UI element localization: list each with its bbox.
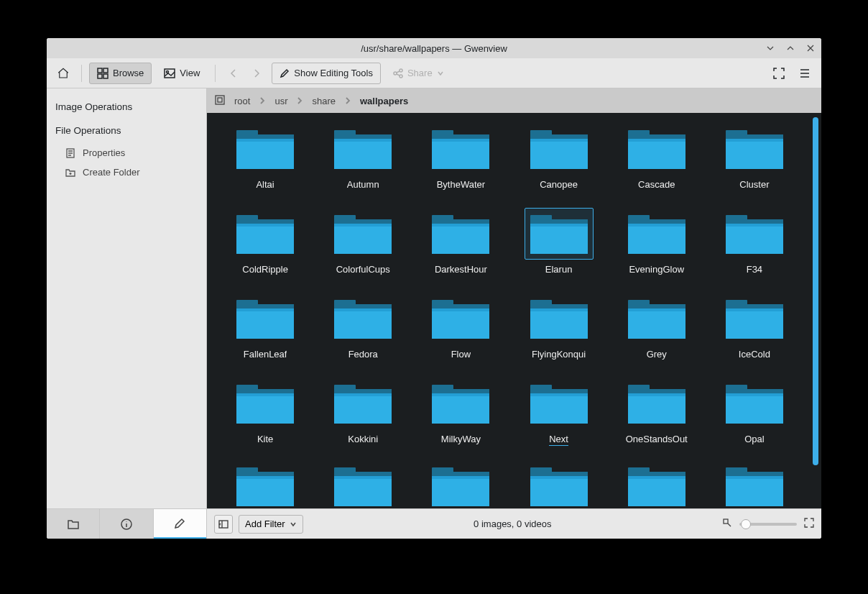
add-filter-button[interactable]: Add Filter (239, 515, 303, 534)
maximize-button[interactable] (784, 42, 797, 55)
sidebar-content: Image Operations File Operations Propert… (47, 88, 206, 508)
folder-icon (525, 293, 594, 344)
zoom-out-icon[interactable] (722, 518, 732, 530)
folder-grid: AltaiAutumnBytheWaterCanopeeCascadeClust… (207, 113, 813, 508)
folder-icon (328, 123, 397, 175)
folder-icon (720, 378, 789, 429)
toggle-thumbnail-bar-button[interactable] (214, 515, 233, 534)
folder-item[interactable]: Flow (415, 290, 506, 375)
file-operations-heading: File Operations (55, 125, 198, 136)
folder-item[interactable] (318, 460, 408, 508)
folder-item[interactable] (415, 460, 506, 508)
view-label: View (180, 68, 200, 78)
folder-item[interactable]: Cluster (709, 120, 800, 205)
svg-rect-7 (103, 74, 108, 78)
folder-item[interactable] (513, 460, 604, 508)
folder-icon (231, 462, 300, 498)
folder-icon (525, 462, 594, 498)
zoom-fit-icon[interactable] (804, 518, 814, 530)
folder-icon (426, 208, 495, 260)
add-filter-label: Add Filter (245, 518, 285, 529)
properties-item[interactable]: Properties (55, 143, 198, 163)
svg-rect-15 (216, 96, 224, 104)
slider-knob[interactable] (741, 519, 751, 529)
folder-label: ColorfulCups (336, 264, 390, 275)
show-editing-tools-button[interactable]: Show Editing Tools (272, 63, 381, 84)
folder-label: MilkyWay (441, 434, 481, 444)
folder-item[interactable]: FlyingKonqui (513, 290, 604, 375)
content-column: root usr share wallpapers AltaiAutumnByt… (207, 88, 821, 539)
sidebar: Image Operations File Operations Propert… (47, 88, 207, 539)
folder-label: FlyingKonqui (532, 349, 586, 360)
folder-item[interactable]: MilkyWay (415, 375, 506, 460)
folder-label: Canopee (540, 179, 578, 190)
folder-item[interactable] (611, 460, 702, 508)
next-button[interactable] (246, 63, 267, 84)
view-mode-button[interactable]: View (156, 63, 208, 84)
folder-icon (525, 123, 594, 175)
folder-label: BytheWater (437, 179, 485, 190)
vertical-scrollbar[interactable] (813, 117, 818, 504)
sidebar-tab-operations[interactable] (154, 509, 206, 539)
folder-label: Flow (451, 349, 471, 360)
thumbnail-size-slider[interactable] (739, 523, 797, 526)
folder-item[interactable]: Kokkini (318, 375, 408, 460)
folder-icon (426, 462, 495, 498)
image-icon (164, 68, 175, 79)
folder-item[interactable]: Altai (220, 120, 310, 205)
prev-button[interactable] (223, 63, 244, 84)
properties-icon (65, 148, 75, 158)
folder-item[interactable]: Fedora (318, 290, 408, 375)
browse-mode-button[interactable]: Browse (89, 63, 152, 84)
folder-label: Altai (256, 179, 274, 190)
folder-label: Elarun (545, 264, 573, 275)
fullscreen-button[interactable] (768, 63, 790, 84)
folder-item[interactable]: ColorfulCups (318, 205, 408, 290)
chevron-right-icon (259, 96, 266, 106)
crumb-usr[interactable]: usr (270, 94, 292, 108)
scrollbar-thumb[interactable] (813, 117, 818, 465)
folder-label: Opal (744, 434, 764, 444)
share-button[interactable]: Share (385, 63, 452, 84)
folder-icon (328, 378, 397, 429)
crumb-wallpapers[interactable]: wallpapers (356, 94, 412, 108)
folder-item[interactable]: Next (513, 375, 604, 460)
folder-item[interactable] (220, 460, 310, 508)
folder-item[interactable]: ColdRipple (220, 205, 310, 290)
folder-item[interactable]: DarkestHour (415, 205, 506, 290)
folder-item[interactable]: IceCold (709, 290, 800, 375)
close-button[interactable] (804, 42, 817, 55)
sidebar-tab-info[interactable] (100, 509, 153, 539)
sidebar-tab-folders[interactable] (47, 509, 100, 539)
statusbar: Add Filter 0 images, 0 videos (207, 508, 821, 539)
folder-item[interactable]: OneStandsOut (611, 375, 702, 460)
folder-icon (622, 123, 691, 175)
folder-item[interactable]: F34 (709, 205, 800, 290)
home-button[interactable] (52, 63, 74, 84)
folder-item[interactable]: Opal (709, 375, 800, 460)
folder-item[interactable]: Canopee (513, 120, 604, 205)
window-controls (764, 38, 817, 58)
chevron-right-icon (296, 96, 303, 106)
minimize-button[interactable] (764, 42, 777, 55)
crumb-share[interactable]: share (308, 94, 340, 108)
create-folder-item[interactable]: Create Folder (55, 163, 198, 182)
svg-point-12 (400, 75, 402, 78)
create-folder-label: Create Folder (83, 167, 139, 178)
folder-item[interactable]: Kite (220, 375, 310, 460)
folder-item[interactable]: BytheWater (415, 120, 506, 205)
svg-point-10 (400, 69, 402, 72)
folder-item[interactable]: EveningGlow (611, 205, 702, 290)
crumb-root[interactable]: root (230, 94, 254, 108)
folder-item[interactable]: Autumn (318, 120, 408, 205)
folder-label: DarkestHour (435, 264, 487, 275)
folder-item[interactable]: Elarun (513, 205, 604, 290)
folder-item[interactable] (709, 460, 800, 508)
toolbar: Browse View Show Editing Tools Share (47, 58, 821, 88)
folder-item[interactable]: Cascade (611, 120, 702, 205)
folder-item[interactable]: Grey (611, 290, 702, 375)
hamburger-menu-button[interactable] (794, 63, 816, 84)
folder-label: Grey (647, 349, 667, 360)
folder-item[interactable]: FallenLeaf (220, 290, 310, 375)
device-icon[interactable] (214, 94, 226, 108)
